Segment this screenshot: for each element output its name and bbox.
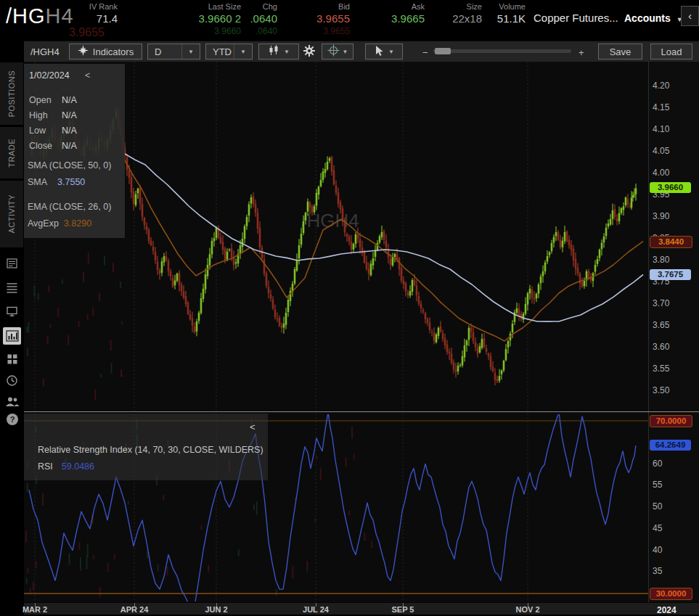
apps-grid-icon[interactable] (3, 350, 21, 368)
axis-tick-label: 3.50 (653, 385, 669, 395)
zoom-in-button[interactable]: + (579, 47, 584, 58)
help-icon[interactable]: ? (3, 411, 21, 428)
sidebar-tab-label: TRADE (7, 139, 16, 168)
time-axis-label: NOV 2 (515, 605, 539, 614)
instrument-name: Copper Futures... (534, 12, 618, 24)
timeframe-value: D (155, 46, 161, 57)
collapse-info-panel[interactable]: < (85, 70, 90, 81)
stat-label: Bid (263, 2, 350, 12)
trading-platform-window: 3.9655 /HGH4 IV Rank71.4Last Size3.9660 … (0, 0, 699, 616)
ema-price-badge: 3.8440 (650, 236, 692, 248)
time-axis-label: MAR 2 (23, 605, 47, 614)
stat-label: IV Rank (30, 2, 118, 12)
ohlc-value: N/A (62, 95, 77, 105)
ema-study-header: EMA (CLOSE, 26, 0) (28, 202, 111, 212)
axis-tick-label: 3.90 (653, 211, 669, 221)
ohlc-label: Low (29, 126, 46, 136)
chart-settings-button[interactable] (301, 44, 317, 59)
range-dropdown[interactable]: YTD ▼ (205, 44, 253, 59)
toolbar-symbol-label: /HGH4 (30, 46, 60, 57)
chart-toolbar: /HGH4 Indicators D ▼ YTD ▼ ▼ ▼ ▼ − (24, 41, 699, 62)
time-axis-corner: 2024 (648, 602, 699, 615)
axis-tick-label: 4.10 (653, 124, 669, 134)
ohlc-row-close: CloseN/A (29, 141, 116, 151)
rsi-value-badge: 64.2649 (650, 440, 691, 451)
indicators-burst-icon (78, 45, 89, 58)
sidebar-tab-positions[interactable]: POSITIONS (0, 62, 23, 125)
people-icon[interactable] (3, 393, 21, 410)
cursor-arrow-icon (374, 45, 384, 59)
cursor-tool-dropdown[interactable]: ▼ (365, 44, 403, 59)
ohlc-label: High (29, 110, 48, 120)
axis-tick-label: 50 (653, 501, 662, 512)
list-icon[interactable] (3, 279, 21, 296)
ema-label: AvgExp (28, 218, 59, 229)
chevron-down-icon: ▼ (388, 49, 394, 55)
axis-tick-label: 40 (653, 545, 662, 555)
chevron-down-icon: ▼ (343, 49, 348, 55)
accounts-dropdown[interactable]: Accounts▼ (624, 12, 683, 24)
time-axis-label: JUN 2 (205, 605, 227, 614)
monitor-icon[interactable] (3, 303, 21, 320)
axis-tick-label: 4.00 (653, 168, 669, 178)
axis-tick-label: 3.55 (653, 364, 669, 374)
left-sidebar: POSITIONSTRADEACTIVITY? (0, 41, 24, 616)
save-button[interactable]: Save (598, 44, 642, 59)
axis-tick-label: 45 (653, 523, 662, 533)
stat-value: 71.4 (30, 12, 118, 26)
zoom-out-button[interactable]: − (422, 47, 428, 58)
quotes-icon[interactable] (3, 255, 21, 272)
axis-tick-label: 4.05 (653, 146, 669, 156)
rsi-study-title: Relative Strength Index (14, 70, 30, CLO… (38, 445, 263, 455)
time-axis[interactable]: MAR 2APR 24JUN 2JUL 24SEP 5NOV 2 (24, 602, 648, 615)
history-clock-icon[interactable] (3, 371, 21, 389)
chart-type-dropdown[interactable]: ▼ (258, 44, 299, 59)
zoom-slider[interactable] (433, 49, 571, 53)
ohlc-value: N/A (62, 110, 77, 120)
axis-tick-label: 60 (653, 459, 662, 469)
sma-value-row: SMA3.7550 (28, 177, 85, 187)
gear-icon (303, 45, 315, 59)
ohlc-value: N/A (62, 141, 77, 151)
axis-tick-label: 4.15 (653, 102, 669, 112)
indicators-button[interactable]: Indicators (69, 44, 142, 59)
load-button[interactable]: Load (650, 44, 692, 59)
stat-ghost-artifact: 3.9655 (323, 26, 350, 36)
zoom-slider-handle[interactable] (435, 48, 451, 54)
axis-tick-label: 35 (653, 566, 662, 576)
ohlc-label: Open (29, 95, 52, 105)
sidebar-tab-activity[interactable]: ACTIVITY (0, 181, 23, 247)
collapse-rsi-panel[interactable]: < (250, 422, 256, 432)
collapse-right-panel-button[interactable]: ‹ (681, 6, 699, 26)
time-axis-label: 2024 (657, 605, 676, 615)
crosshair-dropdown[interactable]: ▼ (322, 44, 353, 59)
stat-ghost-artifact: 3.9660 (214, 26, 241, 36)
ohlc-row-low: LowN/A (29, 126, 116, 136)
chevron-down-icon: ▼ (284, 49, 290, 55)
quote-stat-bid: Bid3.96553.9655 (263, 2, 350, 26)
timeframe-dropdown[interactable]: D ▼ (147, 44, 200, 59)
time-axis-label: JUL 24 (303, 605, 329, 614)
ohlc-value: N/A (62, 126, 77, 136)
rsi-label: RSI (38, 461, 53, 472)
ohlc-label: Close (29, 141, 52, 151)
sidebar-tab-label: POSITIONS (7, 70, 16, 117)
chart-icon[interactable] (3, 327, 21, 345)
ema-value: 3.8290 (64, 218, 91, 229)
accounts-label: Accounts (624, 12, 671, 24)
quote-bar: 3.9655 /HGH4 IV Rank71.4Last Size3.9660 … (0, 0, 699, 41)
time-axis-label: APR 24 (120, 605, 149, 614)
sidebar-tab-trade[interactable]: TRADE (0, 127, 23, 178)
price-axis[interactable]: 4.204.154.104.054.003.953.903.853.803.75… (648, 62, 699, 602)
ohlc-row-high: HighN/A (29, 110, 116, 120)
symbol-ghost-artifact: 3.9655 (69, 26, 105, 39)
last-price-badge: 3.9660 (650, 182, 691, 193)
panel-divider[interactable] (24, 411, 699, 412)
svg-text:?: ? (9, 415, 15, 424)
quote-stat-iv-rank: IV Rank71.4 (30, 2, 118, 26)
sidebar-tab-label: ACTIVITY (7, 194, 16, 234)
chevron-down-icon: ▼ (234, 44, 252, 59)
axis-tick-label: 55 (653, 480, 662, 490)
rsi-value-row: RSI59.0486 (38, 461, 94, 472)
crosshair-date: 1/02/2024 (29, 70, 70, 81)
